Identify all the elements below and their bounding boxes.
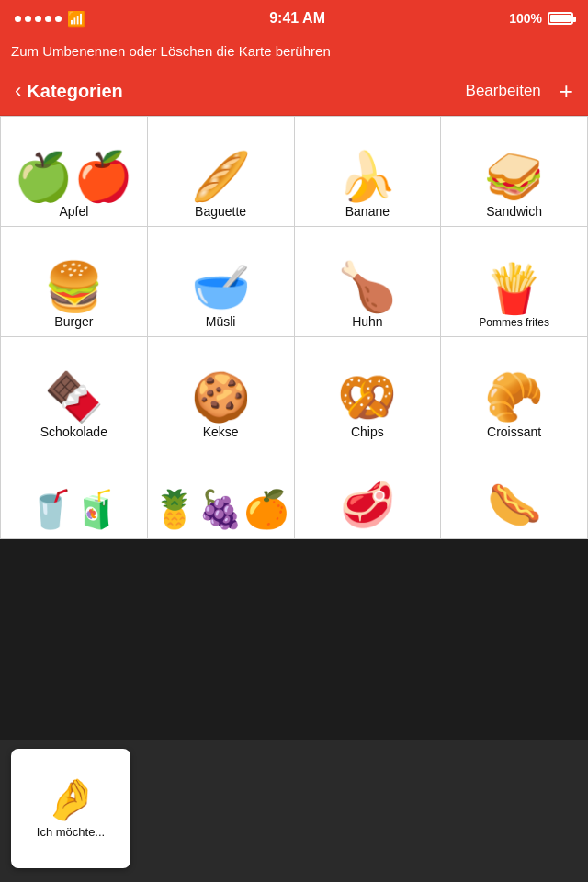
grid-item-hotdog[interactable]: 🌭 bbox=[441, 447, 588, 539]
hotdog-image: 🌭 bbox=[487, 483, 542, 527]
croissant-label: Croissant bbox=[487, 424, 541, 439]
banner-text: Zum Umbenennen oder Löschen die Karte be… bbox=[11, 43, 331, 59]
grid-item-schokolade[interactable]: 🍫 Schokolade bbox=[1, 337, 148, 447]
bottom-overlay: 🤌 Ich möchte... bbox=[0, 740, 588, 882]
pommes-label: Pommes frites bbox=[479, 316, 549, 329]
kekse-image: 🍪 bbox=[191, 373, 251, 421]
schokolade-image: 🍫 bbox=[44, 373, 104, 421]
muesli-image: 🥣 bbox=[191, 263, 251, 311]
wifi-icon: 📶 bbox=[67, 10, 85, 28]
sandwich-label: Sandwich bbox=[486, 204, 542, 219]
status-right: 100% bbox=[509, 11, 573, 26]
wish-icon: 🤌 bbox=[46, 779, 96, 820]
apfel-image: 🍏🍎 bbox=[14, 153, 133, 200]
huhn-image: 🍗 bbox=[337, 263, 397, 311]
grid-item-pommes[interactable]: 🍟 Pommes frites bbox=[441, 227, 588, 337]
baguette-image: 🥖 bbox=[191, 153, 251, 200]
banane-label: Banane bbox=[345, 204, 390, 219]
chips-label: Chips bbox=[351, 424, 384, 439]
grid-item-burger[interactable]: 🍔 Burger bbox=[1, 227, 148, 337]
muesli-label: Müsli bbox=[206, 314, 236, 329]
banner: Zum Umbenennen oder Löschen die Karte be… bbox=[0, 37, 588, 68]
grid-item-fruits[interactable]: 🍍🍇🍊 bbox=[148, 447, 295, 539]
navbar: ‹ Kategorien Bearbeiten + bbox=[0, 68, 588, 116]
grid-item-huhn[interactable]: 🍗 Huhn bbox=[295, 227, 442, 337]
status-time: 9:41 AM bbox=[269, 10, 325, 27]
grid-item-baguette[interactable]: 🥖 Baguette bbox=[148, 117, 295, 227]
grid-item-banane[interactable]: 🍌 Banane bbox=[295, 117, 442, 227]
food-grid: 🍏🍎 Apfel 🥖 Baguette 🍌 Banane 🥪 Sandwich … bbox=[0, 116, 588, 539]
baguette-label: Baguette bbox=[195, 204, 246, 219]
sandwich-image: 🥪 bbox=[484, 153, 544, 200]
chips-image: 🥨 bbox=[337, 373, 397, 421]
burger-label: Burger bbox=[54, 314, 93, 329]
food-grid-area: 🍏🍎 Apfel 🥖 Baguette 🍌 Banane 🥪 Sandwich … bbox=[0, 116, 588, 539]
status-left: 📶 bbox=[15, 10, 85, 28]
pommes-image: 🍟 bbox=[484, 265, 544, 312]
back-button[interactable]: ‹ Kategorien bbox=[15, 79, 294, 103]
huhn-label: Huhn bbox=[352, 314, 382, 329]
edit-button[interactable]: Bearbeiten bbox=[466, 82, 541, 100]
croissant-image: 🥐 bbox=[484, 373, 544, 421]
meat-image: 🥩 bbox=[340, 483, 395, 527]
grid-item-drinks[interactable]: 🥤🧃 bbox=[1, 447, 148, 539]
schokolade-label: Schokolade bbox=[40, 424, 107, 439]
grid-item-croissant[interactable]: 🥐 Croissant bbox=[441, 337, 588, 447]
kekse-label: Kekse bbox=[203, 424, 239, 439]
grid-item-chips[interactable]: 🥨 Chips bbox=[295, 337, 442, 447]
wish-card[interactable]: 🤌 Ich möchte... bbox=[11, 749, 130, 868]
apfel-label: Apfel bbox=[59, 204, 88, 219]
wish-label: Ich möchte... bbox=[33, 825, 108, 839]
grid-item-kekse[interactable]: 🍪 Kekse bbox=[148, 337, 295, 447]
signal-dots bbox=[15, 16, 62, 22]
drinks-image: 🥤🧃 bbox=[28, 491, 119, 527]
burger-image: 🍔 bbox=[44, 263, 104, 311]
chevron-left-icon: ‹ bbox=[15, 79, 21, 103]
navbar-actions: Bearbeiten + bbox=[294, 77, 573, 106]
banane-image: 🍌 bbox=[337, 153, 397, 200]
add-button[interactable]: + bbox=[560, 77, 573, 106]
battery-label: 100% bbox=[509, 11, 542, 26]
grid-item-sandwich[interactable]: 🥪 Sandwich bbox=[441, 117, 588, 227]
battery-icon bbox=[548, 12, 573, 25]
grid-item-muesli[interactable]: 🥣 Müsli bbox=[148, 227, 295, 337]
grid-item-apfel[interactable]: 🍏🍎 Apfel bbox=[1, 117, 148, 227]
status-bar: 📶 9:41 AM 100% bbox=[0, 0, 588, 37]
fruits-image: 🍍🍇🍊 bbox=[152, 491, 289, 527]
grid-item-meat[interactable]: 🥩 bbox=[295, 447, 442, 539]
back-label: Kategorien bbox=[27, 81, 294, 102]
